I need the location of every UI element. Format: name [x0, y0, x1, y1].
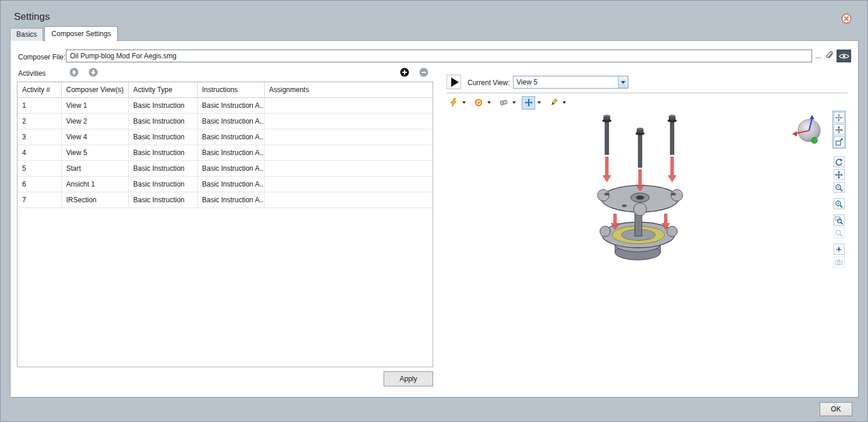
- explode-tool-button[interactable]: [447, 96, 460, 110]
- window-title: Settings: [14, 11, 50, 23]
- eraser-tool-dropdown[interactable]: [510, 96, 518, 110]
- fly-through-button[interactable]: [834, 244, 845, 255]
- chevron-down-icon[interactable]: [618, 76, 628, 88]
- viewport-3d[interactable]: [440, 110, 830, 393]
- move-tool-icon: [524, 98, 533, 107]
- tab-strip: Basics Composer Settings: [10, 27, 119, 41]
- composer-file-input[interactable]: [66, 50, 812, 62]
- tab-composer-settings[interactable]: Composer Settings: [44, 26, 118, 41]
- table-cell: 1: [17, 97, 61, 113]
- activities-table-body: 1View 1Basic InstructionBasic Instructio…: [17, 97, 433, 208]
- column-header-composer-view-s[interactable]: Composer View(s): [61, 82, 128, 97]
- align-target-icon: [835, 114, 843, 122]
- table-cell: Basic Instruction A...: [197, 129, 264, 145]
- table-row[interactable]: 5StartBasic InstructionBasic Instruction…: [17, 160, 433, 176]
- bolt-2: [635, 128, 645, 167]
- table-cell: Start: [61, 160, 128, 176]
- zoom-select-button[interactable]: [834, 227, 845, 238]
- preview-button[interactable]: [837, 50, 851, 62]
- table-cell: Ansicht 1: [61, 176, 128, 192]
- bolt-1: [602, 115, 612, 154]
- pan-button[interactable]: [834, 169, 845, 180]
- column-header-activity-type[interactable]: Activity Type: [128, 82, 197, 97]
- table-cell: Basic Instruction A...: [197, 160, 264, 176]
- view-compass[interactable]: [790, 113, 827, 149]
- table-cell: Basic Instruction A...: [197, 145, 264, 160]
- divider: [447, 93, 848, 93]
- remove-activity-button[interactable]: [419, 68, 428, 77]
- marker-tool-dropdown[interactable]: [560, 96, 568, 110]
- add-activity-button[interactable]: [400, 68, 409, 77]
- play-button[interactable]: [447, 75, 461, 89]
- marker-tool-button[interactable]: [547, 96, 560, 110]
- composer-file-label: Composer File:: [18, 53, 65, 61]
- close-icon: [841, 13, 852, 24]
- table-cell: Basic Instruction A...: [197, 176, 264, 192]
- attach-button[interactable]: [823, 50, 835, 62]
- table-cell: Basic Instruction A...: [197, 113, 264, 129]
- table-cell: 4: [17, 145, 61, 160]
- camera-button[interactable]: [834, 256, 845, 268]
- table-cell: [264, 192, 433, 208]
- table-cell: 5: [17, 160, 61, 176]
- explode-tool-icon: [449, 98, 458, 107]
- eye-icon: [838, 52, 850, 60]
- table-row[interactable]: 1View 1Basic InstructionBasic Instructio…: [17, 97, 433, 113]
- table-row[interactable]: 2View 2Basic InstructionBasic Instructio…: [17, 113, 433, 129]
- play-icon: [451, 78, 459, 87]
- pump-3d-model: [579, 111, 719, 263]
- align-target-button[interactable]: [834, 112, 845, 123]
- table-cell: 3: [17, 129, 61, 145]
- move-axis-button[interactable]: [834, 124, 845, 135]
- table-cell: View 2: [61, 113, 128, 129]
- table-cell: Basic Instruction A...: [197, 97, 264, 113]
- activities-table[interactable]: Activity #Composer View(s)Activity TypeI…: [17, 82, 433, 367]
- table-cell: Basic Instruction A...: [197, 192, 264, 208]
- spin-tool-button[interactable]: [472, 96, 485, 110]
- minus-circle-icon: [419, 68, 428, 77]
- table-cell: View 4: [61, 129, 128, 145]
- viewer-toolbar: [447, 95, 572, 110]
- table-cell: IRSection: [61, 192, 128, 208]
- ok-button[interactable]: OK: [820, 402, 852, 416]
- eraser-tool-button[interactable]: [497, 96, 510, 110]
- spin-tool-dropdown[interactable]: [485, 96, 493, 110]
- move-tool-button[interactable]: [522, 96, 535, 110]
- explode-tool-dropdown[interactable]: [460, 96, 468, 110]
- zoom-area-button[interactable]: [834, 214, 845, 226]
- table-cell: [264, 145, 433, 160]
- pan-icon: [835, 171, 843, 179]
- close-button[interactable]: [841, 13, 852, 24]
- browse-button[interactable]: ...: [813, 50, 823, 62]
- column-header-instructions[interactable]: Instructions: [197, 82, 264, 97]
- table-cell: Basic Instruction: [128, 113, 197, 129]
- move-tool-dropdown[interactable]: [535, 96, 543, 110]
- tab-basics[interactable]: Basics: [10, 28, 43, 41]
- zoom-area-icon: [835, 216, 843, 224]
- table-row[interactable]: 6Ansicht 1Basic InstructionBasic Instruc…: [17, 176, 433, 192]
- zoom-button[interactable]: [834, 182, 845, 193]
- move-activity-up-button[interactable]: [69, 68, 79, 77]
- table-cell: View 1: [61, 97, 128, 113]
- apply-button[interactable]: Apply: [384, 371, 433, 386]
- zoom-select-icon: [835, 229, 843, 237]
- table-cell: [264, 129, 433, 145]
- table-cell: Basic Instruction: [128, 160, 197, 176]
- zoom-in-button[interactable]: [834, 198, 845, 209]
- table-row[interactable]: 3View 4Basic InstructionBasic Instructio…: [17, 129, 433, 145]
- spin-tool-icon: [474, 98, 483, 107]
- move-plane-button[interactable]: [834, 136, 845, 147]
- current-view-dropdown[interactable]: View 5: [513, 76, 628, 89]
- bolt-3: [667, 115, 677, 154]
- rotate-button[interactable]: [834, 156, 845, 167]
- column-header-assignments[interactable]: Assignments: [264, 82, 433, 97]
- column-header-activity[interactable]: Activity #: [17, 82, 61, 97]
- table-row[interactable]: 4View 5Basic InstructionBasic Instructio…: [17, 145, 433, 160]
- composer-settings-panel: Composer File: ... Activities: [10, 40, 859, 398]
- table-row[interactable]: 7IRSectionBasic InstructionBasic Instruc…: [17, 192, 433, 208]
- move-activity-down-button[interactable]: [89, 68, 98, 77]
- table-cell: Basic Instruction: [128, 192, 197, 208]
- current-view-label: Current View:: [468, 79, 509, 87]
- viewport-nav-toolbar: [832, 111, 846, 269]
- table-cell: [264, 176, 433, 192]
